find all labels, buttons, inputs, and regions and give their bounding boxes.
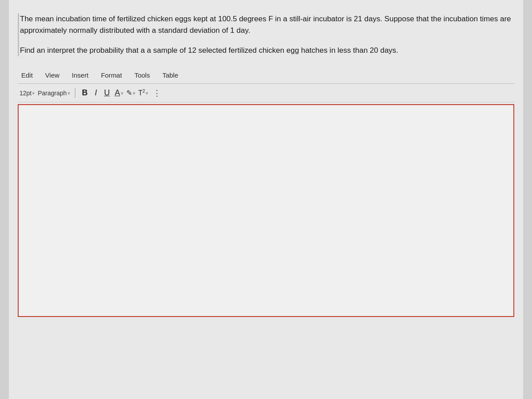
font-color-button: A <box>115 88 120 98</box>
question-text: The mean incubation time of fertilized c… <box>18 13 514 56</box>
menu-table[interactable]: Table <box>160 70 180 80</box>
menu-tools[interactable]: Tools <box>133 70 152 80</box>
font-color-group[interactable]: A ∨ <box>115 88 124 98</box>
toolbar: 12pt ∨ Paragraph ∨ B I U A ∨ <box>18 84 514 102</box>
paragraph-style-label: Paragraph <box>38 90 66 97</box>
font-size-value: 12pt <box>20 90 31 97</box>
paragraph-style-select[interactable]: Paragraph ∨ <box>38 90 70 97</box>
superscript-chevron: ∨ <box>145 91 149 95</box>
italic-button[interactable]: I <box>93 87 99 98</box>
answer-text-area[interactable] <box>18 104 514 317</box>
highlight-button: ✎ <box>126 89 132 97</box>
menu-bar: Edit View Insert Format Tools Table <box>18 67 514 84</box>
menu-edit[interactable]: Edit <box>20 70 35 80</box>
highlight-group[interactable]: ✎ ∨ <box>126 89 136 97</box>
underline-button[interactable]: U <box>102 87 112 98</box>
superscript-group[interactable]: T2 ∨ <box>138 89 149 97</box>
font-size-chevron: ∨ <box>32 91 35 95</box>
toolbar-divider-1 <box>75 88 75 98</box>
superscript-button: T2 <box>138 89 145 97</box>
more-options-button[interactable]: ⋮ <box>153 88 161 98</box>
editor-container: Edit View Insert Format Tools Table 12pt… <box>18 67 514 317</box>
paragraph-1: The mean incubation time of fertilized c… <box>19 13 514 37</box>
font-color-chevron: ∨ <box>121 91 124 95</box>
menu-view[interactable]: View <box>43 70 61 80</box>
bold-button[interactable]: B <box>80 87 90 98</box>
highlight-chevron: ∨ <box>133 91 136 95</box>
menu-insert[interactable]: Insert <box>70 70 90 80</box>
paragraph-2: Find an interpret the probability that a… <box>19 45 514 56</box>
page-container: The mean incubation time of fertilized c… <box>9 0 523 399</box>
font-size-select[interactable]: 12pt ∨ <box>20 90 35 97</box>
menu-format[interactable]: Format <box>99 70 124 80</box>
paragraph-chevron: ∨ <box>67 91 70 95</box>
